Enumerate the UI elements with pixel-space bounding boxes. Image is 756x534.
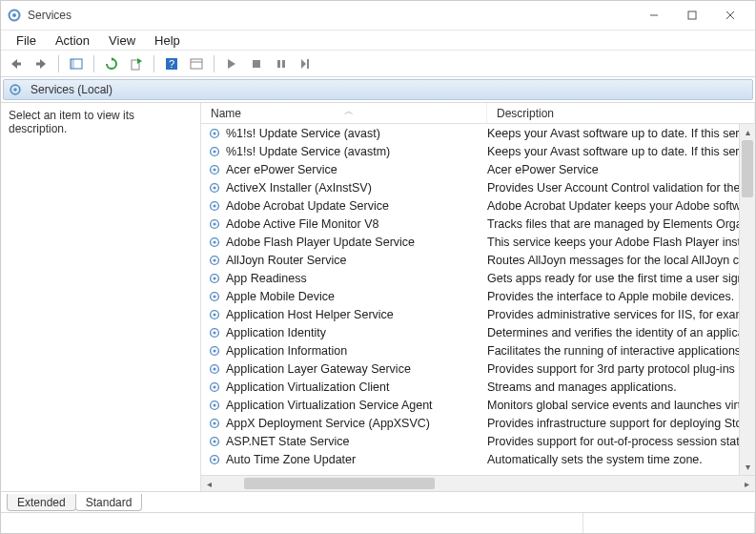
svg-point-42 — [213, 258, 215, 261]
service-gear-icon — [207, 361, 222, 377]
table-row[interactable]: Apple Mobile DeviceProvides the interfac… — [201, 287, 755, 305]
svg-marker-6 — [11, 59, 17, 69]
service-gear-icon — [207, 452, 222, 467]
service-description: Facilitates the running of interactive a… — [487, 344, 755, 358]
show-hide-button[interactable] — [65, 53, 88, 74]
table-row[interactable]: Application Virtualization ClientStreams… — [201, 378, 755, 396]
table-row[interactable]: AppX Deployment Service (AppXSVC)Provide… — [201, 414, 755, 432]
service-list[interactable]: %1!s! Update Service (avast)Keeps your A… — [201, 124, 755, 475]
restart-button[interactable] — [295, 53, 317, 74]
svg-point-32 — [213, 168, 215, 171]
help-button[interactable]: ? — [160, 53, 183, 74]
scroll-right-icon[interactable]: ▸ — [739, 476, 755, 491]
table-row[interactable]: Acer ePower ServiceAcer ePower Service — [201, 160, 755, 178]
svg-rect-7 — [17, 62, 21, 65]
tab-extended[interactable]: Extended — [7, 494, 76, 511]
view-tabs: Extended Standard — [1, 491, 755, 512]
refresh-button[interactable] — [100, 53, 123, 74]
scroll-thumb[interactable] — [244, 478, 435, 489]
table-row[interactable]: App ReadinessGets apps ready for use the… — [201, 269, 755, 287]
menu-view[interactable]: View — [99, 31, 145, 50]
svg-rect-21 — [277, 60, 280, 68]
stop-button[interactable] — [245, 53, 268, 74]
service-description: Routes AllJoyn messages for the local Al… — [487, 254, 755, 267]
menu-action[interactable]: Action — [46, 31, 99, 50]
table-row[interactable]: Application Layer Gateway ServiceProvide… — [201, 359, 755, 378]
svg-point-44 — [213, 277, 215, 279]
pause-button[interactable] — [270, 53, 293, 74]
scroll-track[interactable] — [740, 140, 755, 459]
toolbar-sep — [153, 55, 154, 72]
table-row[interactable]: ASP.NET State ServiceProvides support fo… — [201, 432, 755, 450]
table-row[interactable]: %1!s! Update Service (avastm)Keeps your … — [201, 142, 755, 160]
table-row[interactable]: Adobe Active File Monitor V8Tracks files… — [201, 215, 755, 233]
svg-point-28 — [213, 132, 215, 134]
scroll-up-icon[interactable]: ▴ — [740, 124, 755, 140]
table-row[interactable]: ActiveX Installer (AxInstSV)Provides Use… — [201, 178, 755, 196]
service-gear-icon — [207, 144, 222, 159]
minimize-button[interactable] — [635, 2, 673, 29]
status-cell — [583, 513, 755, 533]
forward-button[interactable] — [30, 53, 52, 74]
svg-point-48 — [213, 313, 215, 316]
back-button[interactable] — [5, 53, 28, 74]
svg-rect-9 — [36, 62, 40, 65]
scope-header[interactable]: Services (Local) — [3, 79, 753, 100]
service-description: Provides support for 3rd party protocol … — [487, 362, 755, 376]
window-title: Services — [28, 9, 635, 22]
table-row[interactable]: Application InformationFacilitates the r… — [201, 341, 755, 359]
service-name: Application Layer Gateway Service — [226, 362, 411, 376]
service-name: Application Host Helper Service — [226, 308, 394, 321]
export-button[interactable] — [125, 53, 148, 74]
scroll-left-icon[interactable]: ◂ — [201, 476, 217, 491]
table-row[interactable]: Application Virtualization Service Agent… — [201, 396, 755, 414]
scroll-track[interactable] — [217, 476, 739, 491]
start-button[interactable] — [220, 53, 243, 74]
scroll-thumb[interactable] — [742, 140, 753, 197]
service-description: Acer ePower Service — [487, 163, 755, 176]
scroll-down-icon[interactable]: ▾ — [740, 459, 755, 475]
service-gear-icon — [207, 162, 222, 177]
menu-help[interactable]: Help — [145, 31, 190, 50]
svg-point-60 — [213, 421, 215, 424]
svg-rect-17 — [191, 59, 202, 69]
table-row[interactable]: Auto Time Zone UpdaterAutomatically sets… — [201, 450, 755, 468]
svg-rect-3 — [688, 11, 696, 19]
close-button[interactable] — [711, 2, 749, 29]
table-row[interactable]: Adobe Acrobat Update ServiceAdobe Acroba… — [201, 196, 755, 215]
svg-rect-22 — [282, 60, 285, 68]
table-row[interactable]: Adobe Flash Player Update ServiceThis se… — [201, 233, 755, 251]
service-name: %1!s! Update Service (avast) — [226, 127, 380, 140]
service-name: Application Virtualization Service Agent — [226, 399, 433, 412]
table-row[interactable]: %1!s! Update Service (avast)Keeps your A… — [201, 124, 755, 142]
menubar: File Action View Help — [1, 30, 755, 51]
service-gear-icon — [207, 434, 222, 449]
properties-button[interactable] — [185, 53, 208, 74]
service-name: Application Information — [226, 344, 347, 358]
table-row[interactable]: Application IdentityDetermines and verif… — [201, 323, 755, 341]
column-headers: Name ︿ Description — [201, 103, 755, 124]
horizontal-scrollbar[interactable]: ◂ ▸ — [201, 475, 755, 491]
col-description[interactable]: Description — [487, 103, 755, 123]
table-row[interactable]: Application Host Helper ServiceProvides … — [201, 305, 755, 323]
svg-point-1 — [12, 13, 16, 17]
titlebar: Services — [1, 1, 755, 30]
toolbar: ? — [1, 51, 755, 77]
svg-point-56 — [213, 385, 215, 388]
menu-file[interactable]: File — [7, 31, 46, 50]
description-pane: Select an item to view its description. — [1, 103, 201, 491]
table-row[interactable]: AllJoyn Router ServiceRoutes AllJoyn mes… — [201, 251, 755, 269]
status-cell — [1, 513, 583, 533]
vertical-scrollbar[interactable]: ▴ ▾ — [739, 124, 755, 475]
service-description: Monitors global service events and launc… — [487, 399, 755, 412]
maximize-button[interactable] — [673, 2, 711, 29]
service-gear-icon — [207, 398, 222, 413]
tab-standard[interactable]: Standard — [75, 494, 143, 511]
service-description: Adobe Acrobat Updater keeps your Adobe s… — [487, 199, 755, 213]
service-description: Gets apps ready for use the first time a… — [487, 272, 755, 285]
toolbar-sep — [93, 55, 94, 72]
service-name: Auto Time Zone Updater — [226, 453, 356, 466]
service-name: Adobe Flash Player Update Service — [226, 236, 415, 249]
service-name: ActiveX Installer (AxInstSV) — [226, 181, 372, 195]
service-description: Keeps your Avast software up to date. If… — [487, 127, 755, 140]
